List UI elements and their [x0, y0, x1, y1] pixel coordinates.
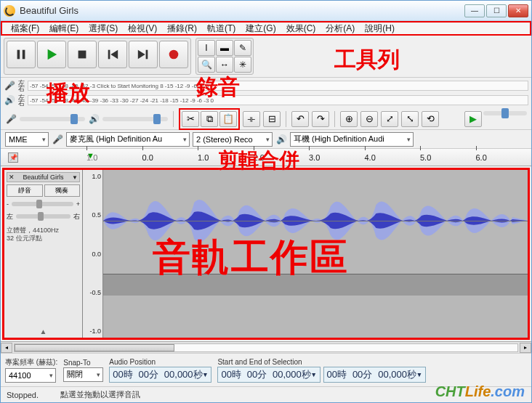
- menu-help[interactable]: 說明(H): [360, 22, 399, 36]
- tick: 6.0: [476, 153, 532, 162]
- output-device-icon: 🔊: [275, 134, 287, 145]
- redo-icon[interactable]: ↷: [312, 111, 329, 127]
- track-name-dropdown[interactable]: ✕ Beautiful Girls ▼: [7, 172, 80, 182]
- minimize-button[interactable]: —: [464, 4, 485, 17]
- playback-meter[interactable]: -57 -54 -51 -48 -45 -42 -39 -36 -33 -30 …: [28, 95, 528, 105]
- rec-vol-icon: 🎤: [5, 113, 17, 125]
- menu-file[interactable]: 檔案(F): [7, 22, 44, 36]
- playback-volume-slider[interactable]: [102, 117, 168, 121]
- app-icon: [4, 5, 15, 17]
- tick: 2.0: [254, 153, 310, 162]
- silence-icon[interactable]: ⊟: [263, 111, 281, 127]
- transport-toolbar: I ▬ ✎ 🔍 ↔ ✳: [1, 36, 531, 78]
- watermark: CHTLife.com: [435, 383, 525, 400]
- menu-tracks[interactable]: 軌道(T): [203, 22, 240, 36]
- track-control-panel: ✕ Beautiful Girls ▼ 靜音 獨奏 - + 左 右 立體聲，44…: [4, 170, 83, 338]
- audio-host-combo[interactable]: MME: [5, 132, 49, 147]
- recording-meter[interactable]: -57 -54 -51 -48 -45 -42 -3 Click to Star…: [28, 81, 528, 91]
- tick: 0.0: [142, 153, 198, 162]
- scroll-left-icon[interactable]: ◂: [1, 343, 12, 353]
- mic-icon[interactable]: 🎤: [4, 80, 15, 91]
- pin-button[interactable]: 📌: [8, 152, 18, 163]
- play-button[interactable]: [37, 41, 66, 68]
- svg-marker-2: [48, 49, 57, 60]
- menu-view[interactable]: 檢視(V): [124, 22, 161, 36]
- meters: 🎤 左 右 -57 -54 -51 -48 -45 -42 -3 Click t…: [1, 78, 531, 108]
- collapse-button[interactable]: ▲: [7, 327, 80, 335]
- menu-analyze[interactable]: 分析(A): [321, 22, 359, 36]
- audio-position-display[interactable]: 00時 00分 00,000秒▾: [109, 367, 211, 383]
- titlebar: Beautiful Girls — ☐ ✕: [1, 1, 531, 21]
- envelope-tool-icon[interactable]: ▬: [216, 40, 233, 56]
- fit-project-icon[interactable]: ⤡: [401, 111, 419, 127]
- skip-end-button[interactable]: [129, 41, 158, 68]
- input-device-icon: 🎤: [52, 134, 63, 145]
- zoom-in-icon[interactable]: ⊕: [340, 111, 358, 127]
- selection-start-display[interactable]: 00時 00分 00,000秒▾: [217, 367, 320, 383]
- scroll-right-icon[interactable]: ▸: [520, 343, 531, 353]
- recording-volume-slider[interactable]: [20, 117, 85, 121]
- paste-icon[interactable]: 📋: [219, 111, 237, 127]
- timeshift-tool-icon[interactable]: ↔: [216, 57, 233, 73]
- cut-icon[interactable]: ✂: [182, 111, 199, 127]
- play-speed-slider[interactable]: [483, 111, 527, 115]
- draw-tool-icon[interactable]: ✎: [234, 40, 251, 56]
- speaker-icon[interactable]: 🔊: [4, 94, 15, 106]
- project-rate-label: 專案頻率 (赫茲):: [5, 357, 57, 367]
- status-hint: 點選並拖動以選擇音訊: [60, 389, 140, 400]
- tick: 1.0: [86, 153, 142, 162]
- maximize-button[interactable]: ☐: [486, 4, 507, 17]
- play-vol-icon: 🔊: [88, 113, 100, 125]
- menu-transport[interactable]: 播錄(R): [163, 22, 201, 36]
- input-channels-combo[interactable]: 2 (Stereo) Reco: [193, 132, 273, 147]
- skip-start-button[interactable]: [98, 41, 127, 68]
- zoom-out-icon[interactable]: ⊖: [360, 111, 378, 127]
- snap-combo[interactable]: 關閉: [63, 367, 103, 382]
- menu-effect[interactable]: 效果(C): [282, 22, 321, 36]
- close-button[interactable]: ✕: [508, 4, 528, 17]
- timeline-ruler[interactable]: 📌 ▼ 1.0 0.0 1.0 2.0 3.0 4.0 5.0 6.0: [1, 149, 531, 166]
- undo-icon[interactable]: ↶: [291, 111, 309, 127]
- play-lr-label: 左 右: [18, 94, 25, 106]
- output-device-combo[interactable]: 耳機 (High Definition Audi: [290, 132, 414, 147]
- gain-slider[interactable]: [12, 202, 73, 206]
- menu-generate[interactable]: 建立(G): [241, 22, 280, 36]
- horizontal-scrollbar[interactable]: ◂ ▸: [1, 341, 531, 353]
- selection-tool-icon[interactable]: I: [198, 40, 215, 56]
- stop-button[interactable]: [68, 41, 97, 68]
- svg-rect-0: [17, 50, 20, 60]
- svg-rect-1: [23, 50, 25, 60]
- solo-button[interactable]: 獨奏: [44, 184, 81, 197]
- mute-button[interactable]: 靜音: [7, 184, 43, 197]
- pan-slider[interactable]: [16, 214, 70, 219]
- record-button[interactable]: [159, 41, 188, 68]
- pause-button[interactable]: [7, 41, 36, 68]
- zoom-toggle-icon[interactable]: ⟲: [422, 111, 439, 127]
- play-at-speed-icon[interactable]: ▶: [464, 111, 482, 127]
- fit-selection-icon[interactable]: ⤢: [381, 111, 398, 127]
- device-toolbar: MME 🎤 麥克風 (High Definition Au 2 (Stereo)…: [1, 130, 531, 149]
- trim-icon[interactable]: ⟛: [243, 111, 260, 127]
- waveform-display[interactable]: [103, 170, 528, 338]
- selection-end-display[interactable]: 00時 00分 00,000秒▾: [323, 367, 426, 383]
- menu-edit[interactable]: 編輯(E): [45, 22, 83, 36]
- tick: 5.0: [420, 153, 476, 162]
- project-rate-combo[interactable]: 44100: [5, 368, 56, 383]
- svg-marker-6: [138, 50, 145, 60]
- input-device-combo[interactable]: 麥克風 (High Definition Au: [66, 132, 190, 147]
- status-state: Stopped.: [7, 391, 39, 399]
- window-title: Beautiful Girls: [20, 5, 464, 16]
- track-area: ✕ Beautiful Girls ▼ 靜音 獨奏 - + 左 右 立體聲，44…: [2, 168, 530, 340]
- svg-rect-3: [78, 51, 86, 59]
- audio-position-label: Audio Position: [109, 358, 211, 366]
- copy-icon[interactable]: ⧉: [201, 111, 218, 127]
- tick: 3.0: [309, 153, 365, 162]
- menu-select[interactable]: 選擇(S): [84, 22, 122, 36]
- track-yaxis: 1.0 0.5 0.0 -0.5 -1.0: [83, 170, 103, 338]
- zoom-tool-icon[interactable]: 🔍: [198, 57, 215, 73]
- tick: 4.0: [365, 153, 421, 162]
- rec-lr-label: 左 右: [18, 80, 25, 91]
- multi-tool-icon[interactable]: ✳: [234, 57, 251, 73]
- mixer-edit-toolbar: 🎤 🔊 ✂ ⧉ 📋 ⟛ ⊟ ↶ ↷ ⊕ ⊖ ⤢ ⤡ ⟲ ▶: [1, 108, 531, 130]
- tick: 1.0: [198, 153, 254, 162]
